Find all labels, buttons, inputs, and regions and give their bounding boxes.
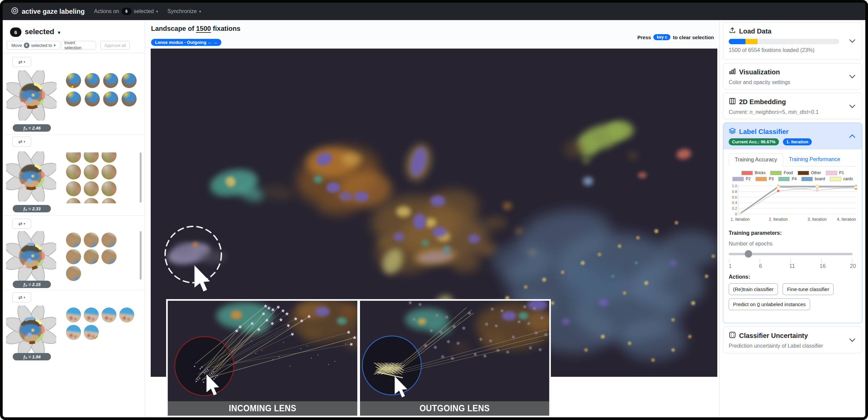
chevron-down-icon: ▾	[199, 9, 201, 14]
selection-circle	[165, 227, 221, 283]
columns-icon	[729, 97, 736, 106]
app-brand[interactable]: active gaze labeling	[11, 7, 85, 17]
fixation-thumbnail[interactable]	[66, 266, 81, 281]
slider-handle[interactable]	[745, 250, 752, 258]
chevron-down-icon[interactable]	[848, 102, 857, 112]
app-title: active gaze labeling	[22, 8, 85, 16]
retrain-classifier-button[interactable]: (Re)train classifier	[729, 283, 778, 295]
fixation-thumbnail[interactable]	[119, 307, 134, 323]
fixation-thumbnail[interactable]	[66, 152, 81, 163]
legend-swatch	[733, 177, 744, 181]
classifier-tabs: Training Accuracy Training Performance	[729, 153, 857, 167]
fixation-thumbnail[interactable]	[66, 91, 81, 107]
group-glyph[interactable]	[6, 231, 56, 283]
synchronize-menu[interactable]: Synchronize ▾	[167, 8, 201, 14]
group-sort-button[interactable]: ⇄▾	[12, 137, 31, 147]
invert-selection-button[interactable]: Invert selection	[61, 41, 96, 50]
tab-training-accuracy[interactable]: Training Accuracy	[729, 153, 783, 167]
fixation-thumbnail[interactable]	[66, 249, 81, 264]
load-data-panel[interactable]: Load Data 1500 of 6554 fixations loaded …	[723, 22, 862, 60]
landscape-header: Landscape of 1500 fixations Lense modus …	[145, 20, 719, 48]
label-classifier-header[interactable]: Label Classifier Current Acc.: 96.67% 1.…	[723, 123, 862, 149]
fixation-thumbnail[interactable]	[101, 152, 117, 163]
star-badge: ★	[94, 335, 99, 340]
fixation-thumbnail[interactable]	[101, 233, 117, 247]
group-sort-button[interactable]: ⇄▾	[12, 219, 31, 229]
fixation-thumbnail[interactable]	[122, 91, 136, 107]
svg-text:2. Iteration: 2. Iteration	[769, 217, 788, 222]
group-sort-button[interactable]: ⇄▾	[12, 292, 31, 302]
group-divider	[3, 290, 144, 290]
fixation-thumbnail[interactable]: ★	[66, 164, 81, 180]
approve-all-button[interactable]: Approve all	[100, 41, 130, 50]
group-glyph[interactable]	[6, 151, 56, 203]
svg-text:0.8: 0.8	[732, 189, 737, 193]
move-label: Move	[11, 43, 22, 48]
group-sort-button[interactable]: ⇄▾	[12, 57, 31, 67]
scrollbar-thumb[interactable]	[140, 152, 142, 203]
fixation-thumbnail[interactable]	[85, 91, 100, 107]
fixation-thumbnail[interactable]	[84, 181, 99, 196]
lens-preview-box: INCOMING LENS OUTGOING LENS	[166, 299, 551, 417]
fixation-thumbnail[interactable]	[101, 249, 117, 264]
svg-text:0.6: 0.6	[732, 195, 737, 199]
slider-tick-label: 11	[789, 263, 796, 269]
fixation-thumbnail[interactable]	[101, 181, 117, 196]
chevron-down-icon[interactable]	[848, 36, 857, 47]
actions-label: Actions on	[94, 8, 119, 14]
fixation-thumbnail[interactable]	[103, 91, 118, 107]
actions-menu[interactable]: Actions on 6 selected ▾	[94, 8, 158, 15]
fixation-thumbnail[interactable]	[101, 307, 117, 323]
fixation-thumbnail[interactable]: ★	[84, 325, 99, 340]
group-glyph[interactable]	[6, 70, 57, 122]
selected-dropdown[interactable]: selected	[25, 27, 54, 36]
uncertainty-panel[interactable]: Classifier Uncertainty Prediction uncert…	[723, 327, 862, 353]
fixation-thumbnail[interactable]	[103, 73, 118, 88]
fixation-thumbnail[interactable]: ★	[66, 73, 81, 88]
fixation-thumbnail[interactable]	[84, 164, 99, 180]
fixation-thumbnail[interactable]	[66, 307, 81, 323]
fixation-thumbnail[interactable]	[101, 164, 117, 180]
visualization-panel[interactable]: Visualization Color and opacity settings	[723, 63, 862, 89]
fixation-thumbnail[interactable]	[101, 198, 117, 203]
slider-tick-label: 6	[759, 263, 766, 269]
fixation-thumbnail[interactable]	[66, 233, 81, 247]
chevron-down-icon[interactable]	[848, 336, 857, 346]
embedding-panel[interactable]: 2D Embedding Current: n_neighbors=5, min…	[723, 93, 862, 119]
incoming-lens-view	[168, 301, 357, 401]
fixation-thumbnail[interactable]	[85, 73, 100, 88]
tab-training-performance[interactable]: Training Performance	[783, 153, 846, 166]
legend-swatch	[770, 171, 782, 175]
accuracy-badge: Current Acc.: 96.67%	[729, 138, 779, 145]
move-selected-button[interactable]: Move 6 selected to ▾	[7, 41, 60, 50]
chevron-down-icon[interactable]	[848, 72, 857, 82]
fixation-thumbnail[interactable]	[66, 181, 81, 196]
predict-button[interactable]: Predict on 0 unlabeled instances	[729, 298, 810, 310]
fixation-thumbnail[interactable]	[84, 233, 99, 247]
app-window: active gaze labeling Actions on 6 select…	[0, 0, 868, 420]
lens-divider	[357, 301, 360, 416]
move-count-badge: 6	[24, 42, 29, 48]
epochs-label: Number of epochs	[729, 241, 857, 247]
fixation-thumbnail[interactable]	[84, 152, 99, 163]
chevron-up-icon[interactable]	[848, 132, 857, 142]
fixation-thumbnail[interactable]	[84, 198, 99, 203]
legend-label: Bricks	[755, 171, 766, 175]
lens-modus-badge[interactable]: Lense modus - Outgoing ← →	[151, 39, 221, 46]
visualization-subtitle: Color and opacity settings	[729, 79, 857, 85]
svg-text:0.2: 0.2	[732, 206, 737, 210]
top-navbar: active gaze labeling Actions on 6 select…	[3, 3, 865, 20]
fixation-thumbnail[interactable]	[66, 325, 81, 340]
legend-item: Food	[770, 171, 793, 175]
group-glyph[interactable]	[6, 305, 56, 357]
thumbnail-viewport: ★	[66, 152, 123, 203]
legend-swatch	[826, 171, 837, 175]
fixation-thumbnail[interactable]: ★	[84, 249, 99, 264]
fixation-thumbnail[interactable]	[66, 198, 81, 203]
epochs-slider[interactable]	[729, 250, 852, 258]
fixation-thumbnail[interactable]	[84, 307, 99, 323]
synchronize-label: Synchronize	[167, 8, 197, 14]
scrollbar-thumb[interactable]	[140, 231, 142, 280]
finetune-classifier-button[interactable]: Fine-tune classifier	[783, 283, 834, 295]
fixation-thumbnail[interactable]	[122, 73, 136, 88]
